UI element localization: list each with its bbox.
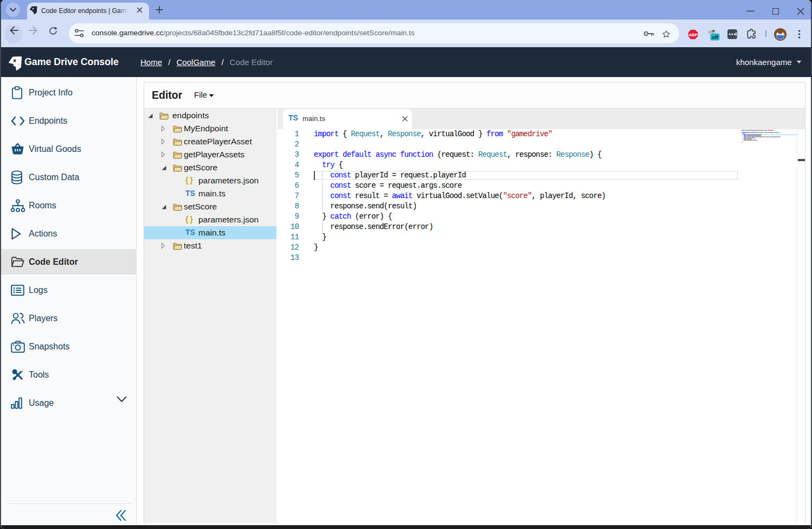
svg-text:ABP: ABP xyxy=(689,33,698,37)
svg-text:off: off xyxy=(712,34,719,40)
